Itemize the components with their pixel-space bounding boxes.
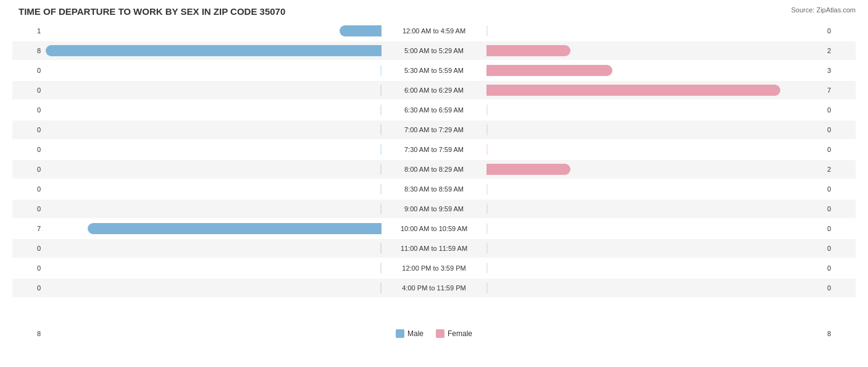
bars-center: 6:30 AM to 6:59 AM bbox=[43, 101, 825, 119]
male-bar-wrap bbox=[380, 124, 434, 135]
male-value: 0 bbox=[12, 67, 43, 74]
legend-male-box bbox=[396, 329, 404, 338]
bars-center: 7:30 AM to 7:59 AM bbox=[43, 140, 825, 159]
female-bar-wrap bbox=[434, 65, 612, 76]
female-value: 2 bbox=[825, 47, 856, 54]
male-bar bbox=[380, 85, 382, 96]
female-bar bbox=[486, 65, 612, 76]
male-bar bbox=[380, 65, 382, 76]
chart-row: 0 11:00 AM to 11:59 AM 0 bbox=[12, 239, 856, 258]
bars-center: 12:00 AM to 4:59 AM bbox=[43, 22, 825, 40]
female-bar-wrap bbox=[434, 263, 488, 274]
chart-row: 0 9:00 AM to 9:59 AM 0 bbox=[12, 200, 856, 218]
axis-row: 8 Male Female 8 bbox=[12, 329, 856, 338]
bars-center: 10:00 AM to 10:59 AM bbox=[43, 219, 825, 238]
male-bar-wrap bbox=[340, 25, 434, 36]
male-bar bbox=[340, 25, 382, 36]
female-bar-wrap bbox=[434, 85, 780, 96]
chart-title: TIME OF DEPARTURE TO WORK BY SEX IN ZIP … bbox=[12, 6, 856, 17]
female-bar-wrap bbox=[434, 203, 488, 214]
female-value: 0 bbox=[825, 126, 856, 133]
legend-male-label: Male bbox=[407, 329, 424, 338]
chart-row: 8 5:00 AM to 5:29 AM 2 bbox=[12, 41, 856, 60]
female-bar bbox=[486, 164, 570, 175]
female-bar bbox=[486, 104, 488, 116]
bars-center: 12:00 PM to 3:59 PM bbox=[43, 259, 825, 277]
female-bar bbox=[486, 85, 780, 96]
male-value: 0 bbox=[12, 106, 43, 114]
bars-center: 9:00 AM to 9:59 AM bbox=[43, 200, 825, 218]
male-bar bbox=[380, 184, 382, 195]
source-label: Source: ZipAtlas.com bbox=[791, 6, 856, 14]
female-bar bbox=[486, 144, 488, 155]
male-value: 0 bbox=[12, 205, 43, 213]
chart-row: 0 8:30 AM to 8:59 AM 0 bbox=[12, 180, 856, 198]
chart-row: 0 12:00 PM to 3:59 PM 0 bbox=[12, 259, 856, 277]
legend-female-label: Female bbox=[448, 329, 472, 338]
male-value: 0 bbox=[12, 284, 43, 292]
chart-row: 0 6:00 AM to 6:29 AM 7 bbox=[12, 81, 856, 99]
female-bar bbox=[486, 263, 488, 274]
female-value: 0 bbox=[825, 185, 856, 193]
bars-center: 4:00 PM to 11:59 PM bbox=[43, 279, 825, 297]
chart-row: 0 7:30 AM to 7:59 AM 0 bbox=[12, 140, 856, 159]
male-bar-wrap bbox=[380, 184, 434, 195]
female-bar-wrap bbox=[434, 144, 488, 155]
male-value: 0 bbox=[12, 86, 43, 94]
female-bar bbox=[486, 223, 488, 234]
axis-left-label: 8 bbox=[12, 330, 43, 337]
female-bar-wrap bbox=[434, 45, 570, 56]
male-bar-wrap bbox=[380, 203, 434, 214]
female-value: 0 bbox=[825, 284, 856, 292]
female-value: 0 bbox=[825, 106, 856, 114]
female-bar-wrap bbox=[434, 124, 488, 135]
male-value: 0 bbox=[12, 166, 43, 173]
male-bar bbox=[380, 263, 382, 274]
male-bar-wrap bbox=[380, 104, 434, 116]
male-value: 0 bbox=[12, 126, 43, 133]
male-value: 0 bbox=[12, 264, 43, 272]
male-bar-wrap bbox=[380, 164, 434, 175]
male-bar-wrap bbox=[380, 65, 434, 76]
male-value: 0 bbox=[12, 245, 43, 252]
male-bar bbox=[380, 164, 382, 175]
male-bar bbox=[46, 45, 382, 56]
male-bar bbox=[380, 144, 382, 155]
male-bar-wrap bbox=[380, 85, 434, 96]
chart-container: TIME OF DEPARTURE TO WORK BY SEX IN ZIP … bbox=[0, 0, 868, 367]
female-value: 3 bbox=[825, 67, 856, 74]
female-bar bbox=[486, 282, 488, 293]
female-bar-wrap bbox=[434, 25, 488, 36]
legend-female: Female bbox=[436, 329, 472, 338]
axis-right-label: 8 bbox=[825, 330, 856, 337]
male-bar bbox=[380, 243, 382, 254]
chart-row: 0 6:30 AM to 6:59 AM 0 bbox=[12, 101, 856, 119]
male-bar bbox=[380, 124, 382, 135]
male-bar-wrap bbox=[380, 243, 434, 254]
bars-center: 6:00 AM to 6:29 AM bbox=[43, 81, 825, 99]
male-bar-wrap bbox=[46, 45, 434, 56]
legend-male: Male bbox=[396, 329, 424, 338]
male-bar-wrap bbox=[380, 263, 434, 274]
male-value: 7 bbox=[12, 225, 43, 232]
male-bar-wrap bbox=[88, 223, 434, 234]
male-bar-wrap bbox=[380, 282, 434, 293]
male-value: 8 bbox=[12, 47, 43, 54]
female-bar bbox=[486, 184, 488, 195]
male-bar bbox=[380, 282, 382, 293]
bars-center: 11:00 AM to 11:59 AM bbox=[43, 239, 825, 258]
female-bar-wrap bbox=[434, 223, 488, 234]
chart-row: 0 7:00 AM to 7:29 AM 0 bbox=[12, 120, 856, 139]
chart-row: 0 4:00 PM to 11:59 PM 0 bbox=[12, 279, 856, 297]
female-bar bbox=[486, 25, 488, 36]
male-bar bbox=[380, 104, 382, 116]
chart-row: 0 8:00 AM to 8:29 AM 2 bbox=[12, 160, 856, 179]
male-bar bbox=[88, 223, 382, 234]
female-value: 0 bbox=[825, 245, 856, 252]
female-bar-wrap bbox=[434, 104, 488, 116]
female-bar-wrap bbox=[434, 243, 488, 254]
female-bar bbox=[486, 243, 488, 254]
female-bar bbox=[486, 124, 488, 135]
female-value: 0 bbox=[825, 146, 856, 153]
female-value: 2 bbox=[825, 166, 856, 173]
